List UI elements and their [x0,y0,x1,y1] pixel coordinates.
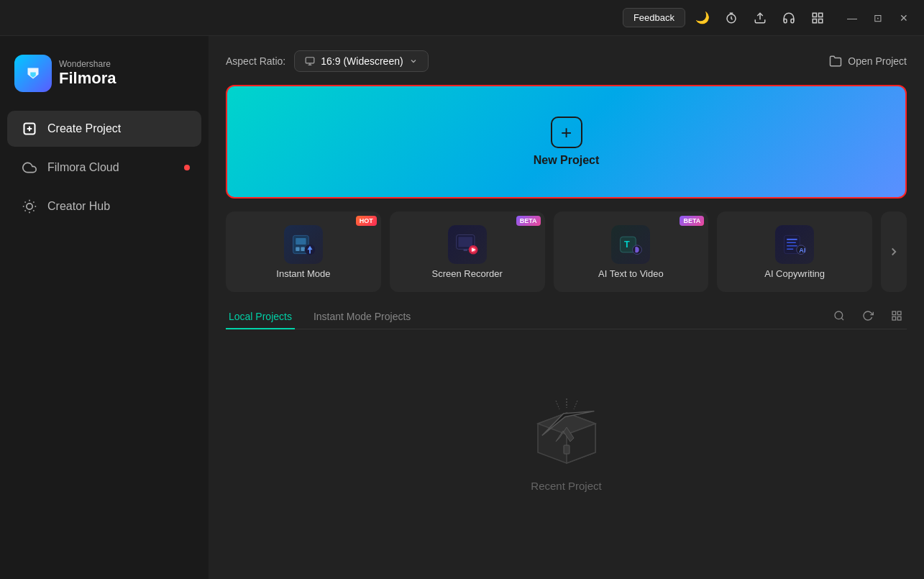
aspect-ratio-area: Aspect Ratio: 16:9 (Widescreen) [226,50,429,72]
ai-text-to-video-icon: T [611,225,650,264]
window-controls: — ⊡ ✕ [841,6,915,29]
svg-rect-54 [564,445,570,454]
projects-tabs-bar: Local Projects Instant Mode Projects [226,305,907,329]
top-bar: Aspect Ratio: 16:9 (Widescreen) Open Pro… [226,50,907,72]
svg-text:T: T [624,239,630,249]
aspect-ratio-label: Aspect Ratio: [226,55,285,67]
main-layout: Wondershare Filmora Create Project Filmo… [0,36,924,579]
new-project-plus-icon: + [551,117,582,148]
logo-bottom: Filmora [59,69,116,88]
svg-rect-23 [296,247,299,250]
svg-point-9 [27,204,32,209]
svg-rect-43 [892,311,896,315]
svg-rect-45 [897,316,901,320]
svg-rect-46 [892,316,896,320]
svg-rect-22 [296,238,306,245]
tab-local-projects[interactable]: Local Projects [226,305,295,329]
ai-copywriting-label: AI Copywriting [764,268,825,279]
sidebar-item-creator-hub-label: Creator Hub [47,200,110,213]
ai-text-to-video-label: AI Text to Video [598,268,664,279]
new-project-label: New Project [534,154,600,167]
svg-line-13 [33,210,34,211]
svg-rect-27 [458,237,472,247]
create-project-icon [22,121,37,137]
empty-state: Recent Project [226,329,907,579]
open-project-button[interactable]: Open Project [829,55,907,68]
svg-line-53 [556,401,559,409]
empty-box-icon [523,395,610,467]
svg-rect-3 [819,13,823,17]
filmora-cloud-icon [22,160,37,175]
filmora-cloud-notification-dot [184,165,190,170]
close-button[interactable]: ✕ [892,6,915,29]
aspect-ratio-value: 16:9 (Widescreen) [321,55,403,67]
recent-project-label: Recent Project [531,480,601,492]
tab-actions [829,306,907,329]
title-bar: Feedback 🌙 — ⊡ ✕ [0,0,924,36]
svg-rect-44 [897,311,901,315]
projects-section: Local Projects Instant Mode Projects [226,305,907,579]
feature-card-instant-mode[interactable]: HOT Instant Mode [226,211,381,292]
theme-icon[interactable]: 🌙 [691,6,714,29]
upload-icon[interactable] [749,6,772,29]
svg-line-12 [25,202,26,203]
svg-point-41 [835,311,843,319]
new-project-banner[interactable]: + New Project [226,85,907,199]
ai-text-to-video-badge: BETA [680,216,704,226]
logo-text: Wondershare Filmora [59,59,116,88]
layout-icon[interactable] [806,6,829,29]
screen-recorder-badge: BETA [516,216,541,226]
feature-card-ai-text-to-video[interactable]: BETA T AI Text to Video [554,211,709,292]
grid-view-button[interactable] [887,306,907,326]
svg-line-16 [25,210,26,211]
ai-copywriting-icon: AI [775,225,814,264]
instant-mode-label: Instant Mode [276,268,330,279]
sidebar: Wondershare Filmora Create Project Filmo… [0,36,209,579]
screen-recorder-label: Screen Recorder [431,268,502,279]
sidebar-item-create-project[interactable]: Create Project [7,111,201,147]
refresh-projects-button[interactable] [858,306,878,326]
logo-top: Wondershare [59,59,116,69]
svg-text:AI: AI [799,246,805,253]
svg-rect-18 [306,58,314,63]
svg-rect-24 [301,247,304,250]
feedback-button[interactable]: Feedback [623,8,685,27]
content-area: Aspect Ratio: 16:9 (Widescreen) Open Pro… [209,36,924,579]
new-project-content: + New Project [534,117,600,167]
aspect-ratio-dropdown[interactable]: 16:9 (Widescreen) [294,50,428,72]
svg-line-17 [33,202,34,203]
sidebar-item-filmora-cloud-label: Filmora Cloud [47,161,119,174]
logo-area: Wondershare Filmora [0,47,209,109]
svg-rect-28 [463,249,467,251]
feature-card-ai-copywriting[interactable]: AI AI Copywriting [717,211,872,292]
svg-line-52 [574,401,577,409]
timer-icon[interactable] [720,6,743,29]
instant-mode-icon [284,225,323,264]
svg-rect-2 [813,13,816,17]
support-icon[interactable] [777,6,800,29]
screen-recorder-icon [448,225,487,264]
svg-line-42 [841,318,843,320]
feature-cards-row: HOT Instant Mode BETA [226,211,907,292]
creator-hub-icon [22,199,37,214]
maximize-button[interactable]: ⊡ [866,6,889,29]
app-logo [14,55,52,92]
search-projects-button[interactable] [829,306,849,326]
sidebar-item-filmora-cloud[interactable]: Filmora Cloud [7,150,201,186]
more-features-button[interactable] [881,211,907,292]
open-project-label: Open Project [848,55,907,67]
feature-card-screen-recorder[interactable]: BETA Screen Recorder [390,211,545,292]
sidebar-item-create-project-label: Create Project [47,122,121,135]
tab-instant-mode-projects[interactable]: Instant Mode Projects [311,305,413,329]
svg-rect-4 [819,19,823,22]
instant-mode-badge: HOT [356,216,377,226]
svg-rect-5 [813,19,816,22]
sidebar-item-creator-hub[interactable]: Creator Hub [7,188,201,224]
minimize-button[interactable]: — [841,6,864,29]
